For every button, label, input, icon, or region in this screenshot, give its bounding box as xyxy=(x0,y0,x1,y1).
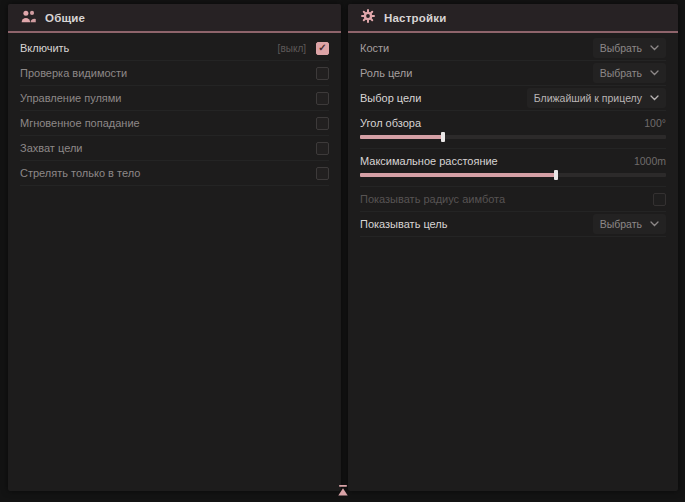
target-select-dropdown-value: Ближайший к прицелу xyxy=(534,92,642,104)
fov-slider-handle[interactable] xyxy=(441,132,445,142)
users-icon xyxy=(21,9,36,27)
max-distance-slider[interactable] xyxy=(360,173,666,177)
row-target-lock: Захват цели xyxy=(20,136,329,161)
fov-slider-fill xyxy=(360,135,443,139)
max-distance-value: 1000m xyxy=(634,155,666,167)
target-select-dropdown[interactable]: Ближайший к прицелу xyxy=(527,88,666,108)
panel-general-body: Включить [выкл] ✓ Проверка видимости Упр… xyxy=(8,33,341,186)
row-enable-controls: [выкл] ✓ xyxy=(278,42,329,55)
row-bullet-control: Управление пулями xyxy=(20,86,329,111)
max-distance-slider-handle[interactable] xyxy=(554,170,558,180)
fov-slider-head: Угол обзора 100° xyxy=(360,115,666,131)
max-distance-slider-head: Максимальное расстояние 1000m xyxy=(360,153,666,169)
keybind-hint: [выкл] xyxy=(278,43,306,54)
panel-settings-body: Кости Выбрать Роль цели Выбрать Выбор це… xyxy=(348,33,678,237)
target-lock-checkbox[interactable] xyxy=(316,142,329,155)
max-distance-slider-fill xyxy=(360,173,556,177)
row-target-role-label: Роль цели xyxy=(360,67,412,79)
row-visibility-check: Проверка видимости xyxy=(20,61,329,86)
panel-settings-header: Настройки xyxy=(348,4,678,31)
row-show-radius: Показывать радиус аимбота xyxy=(360,187,666,212)
row-fov-label: Угол обзора xyxy=(360,117,421,129)
panel-general-title: Общие xyxy=(45,12,85,24)
fov-value: 100° xyxy=(644,117,666,129)
row-max-distance: Максимальное расстояние 1000m xyxy=(360,149,666,187)
aimbot-menu: Общие Включить [выкл] ✓ Проверка видимос… xyxy=(0,0,685,502)
fov-slider[interactable] xyxy=(360,135,666,139)
row-target-select: Выбор цели Ближайший к прицелу xyxy=(360,86,666,111)
show-target-dropdown-value: Выбрать xyxy=(600,218,642,230)
bullet-control-checkbox[interactable] xyxy=(316,92,329,105)
instant-hit-checkbox[interactable] xyxy=(316,117,329,130)
target-role-dropdown[interactable]: Выбрать xyxy=(593,63,666,83)
body-only-checkbox[interactable] xyxy=(316,167,329,180)
visibility-check-checkbox[interactable] xyxy=(316,67,329,80)
row-body-only: Стрелять только в тело xyxy=(20,161,329,186)
row-body-only-label: Стрелять только в тело xyxy=(20,167,140,179)
panel-settings-title: Настройки xyxy=(384,12,446,24)
row-enable-label: Включить xyxy=(20,42,69,54)
row-bones: Кости Выбрать xyxy=(360,36,666,61)
row-instant-hit-label: Мгновенное попадание xyxy=(20,117,140,129)
show-target-dropdown[interactable]: Выбрать xyxy=(593,214,666,234)
panel-general-header: Общие xyxy=(8,4,341,31)
gear-icon xyxy=(361,9,375,27)
show-radius-checkbox[interactable] xyxy=(653,193,666,206)
chevron-down-icon xyxy=(650,95,659,101)
panel-settings: Настройки Кости Выбрать Роль цели Выбрат… xyxy=(348,4,678,491)
row-show-radius-label: Показывать радиус аимбота xyxy=(360,193,505,205)
row-instant-hit: Мгновенное попадание xyxy=(20,111,329,136)
row-show-target-label: Показывать цель xyxy=(360,218,448,230)
row-target-lock-label: Захват цели xyxy=(20,142,82,154)
chevron-down-icon xyxy=(650,45,659,51)
bones-dropdown[interactable]: Выбрать xyxy=(593,38,666,58)
row-max-distance-label: Максимальное расстояние xyxy=(360,155,498,167)
row-bullet-control-label: Управление пулями xyxy=(20,92,122,104)
checkmark-icon: ✓ xyxy=(318,43,326,53)
target-role-dropdown-value: Выбрать xyxy=(600,67,642,79)
panel-general: Общие Включить [выкл] ✓ Проверка видимос… xyxy=(8,4,341,491)
row-target-select-label: Выбор цели xyxy=(360,92,421,104)
row-show-target: Показывать цель Выбрать xyxy=(360,212,666,237)
bones-dropdown-value: Выбрать xyxy=(600,42,642,54)
row-bones-label: Кости xyxy=(360,42,389,54)
row-enable: Включить [выкл] ✓ xyxy=(20,36,329,61)
row-target-role: Роль цели Выбрать xyxy=(360,61,666,86)
chevron-down-icon xyxy=(650,70,659,76)
enable-checkbox[interactable]: ✓ xyxy=(316,42,329,55)
chevron-down-icon xyxy=(650,221,659,227)
eject-up-icon[interactable] xyxy=(336,482,349,500)
row-visibility-check-label: Проверка видимости xyxy=(20,67,127,79)
row-fov: Угол обзора 100° xyxy=(360,111,666,149)
